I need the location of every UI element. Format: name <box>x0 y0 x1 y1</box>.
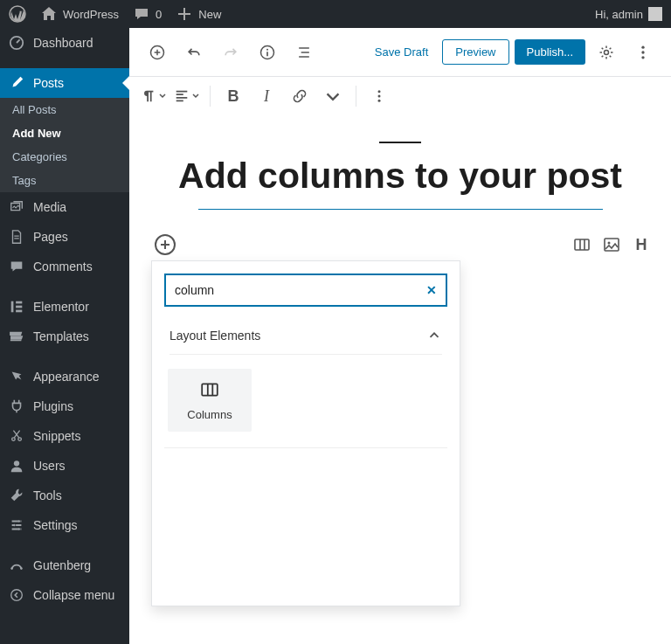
menu-collapse[interactable]: Collapse menu <box>0 580 129 610</box>
menu-label: Tools <box>33 488 62 502</box>
svg-rect-25 <box>575 239 589 250</box>
svg-point-23 <box>378 95 381 98</box>
block-search-input[interactable] <box>175 283 416 297</box>
menu-label: Pages <box>33 230 68 244</box>
menu-media[interactable]: Media <box>0 192 129 222</box>
menu-label: Gutenberg <box>33 558 91 572</box>
menu-label: Dashboard <box>33 36 93 50</box>
menu-tools[interactable]: Tools <box>0 481 129 510</box>
menu-plugins[interactable]: Plugins <box>0 391 129 421</box>
wp-logo[interactable] <box>9 5 26 23</box>
menu-label: Appearance <box>33 370 100 384</box>
menu-comments[interactable]: Comments <box>0 252 129 281</box>
svg-rect-5 <box>16 310 22 313</box>
greeting: Hi, admin <box>595 8 643 21</box>
avatar <box>648 7 662 21</box>
preview-button[interactable]: Preview <box>442 39 508 65</box>
site-name: WordPress <box>63 8 119 21</box>
svg-point-6 <box>12 438 16 441</box>
more-button[interactable] <box>627 37 659 68</box>
svg-rect-4 <box>16 306 22 308</box>
menu-label: Settings <box>33 518 78 532</box>
italic-button[interactable]: I <box>251 80 282 112</box>
add-block-button[interactable] <box>142 37 173 68</box>
menu-label: Elementor <box>33 300 89 314</box>
menu-label: Templates <box>33 329 89 343</box>
title-separator <box>379 142 421 143</box>
menu-dashboard[interactable]: Dashboard <box>0 28 129 58</box>
block-more-button[interactable] <box>363 80 395 112</box>
menu-pages[interactable]: Pages <box>0 222 129 252</box>
svg-point-19 <box>641 45 644 48</box>
separator <box>356 86 356 107</box>
block-label: Columns <box>187 408 232 421</box>
clear-search-icon[interactable]: ✕ <box>426 283 437 297</box>
outline-button[interactable] <box>288 37 320 68</box>
publish-button[interactable]: Publish... <box>515 39 585 65</box>
svg-point-20 <box>641 51 644 53</box>
align-button[interactable] <box>171 80 203 112</box>
menu-gutenberg[interactable]: Gutenberg <box>0 551 129 580</box>
svg-point-8 <box>14 460 19 466</box>
columns-quick-icon[interactable] <box>573 236 591 253</box>
menu-users[interactable]: Users <box>0 451 129 481</box>
menu-label: Plugins <box>33 399 73 413</box>
menu-label: Snippets <box>33 429 80 443</box>
menu-snippets[interactable]: Snippets <box>0 421 129 451</box>
redo-button[interactable] <box>215 37 246 68</box>
info-button[interactable] <box>252 37 283 68</box>
section-layout-elements[interactable]: Layout Elements <box>169 328 442 355</box>
svg-point-11 <box>17 528 20 530</box>
svg-point-21 <box>641 56 644 59</box>
heading-quick-icon[interactable]: H <box>633 236 650 253</box>
undo-button[interactable] <box>178 37 210 68</box>
menu-templates[interactable]: Templates <box>0 322 129 351</box>
menu-settings[interactable]: Settings <box>0 510 129 540</box>
columns-icon <box>200 380 219 399</box>
menu-label: Users <box>33 459 66 473</box>
svg-point-7 <box>18 438 22 441</box>
submenu-tags[interactable]: Tags <box>0 169 129 192</box>
chevron-up-icon <box>426 328 442 343</box>
svg-point-13 <box>20 567 23 570</box>
svg-point-18 <box>605 50 609 54</box>
bold-button[interactable]: B <box>218 80 249 112</box>
link-button[interactable] <box>284 80 315 112</box>
submenu-add-new[interactable]: Add New <box>0 121 129 145</box>
svg-point-22 <box>378 90 381 93</box>
site-link[interactable]: WordPress <box>40 5 119 23</box>
svg-rect-2 <box>11 301 14 313</box>
menu-label: Media <box>33 200 66 214</box>
svg-point-10 <box>13 524 16 527</box>
save-draft-button[interactable]: Save Draft <box>366 40 437 64</box>
svg-point-12 <box>10 567 13 570</box>
svg-point-17 <box>266 48 268 50</box>
svg-point-24 <box>378 100 381 102</box>
separator <box>210 86 211 107</box>
image-quick-icon[interactable] <box>603 236 620 253</box>
submenu-all-posts[interactable]: All Posts <box>0 98 129 121</box>
paragraph-button[interactable] <box>138 80 169 112</box>
block-inserter: ✕ Layout Elements Columns <box>151 260 460 606</box>
section-label: Layout Elements <box>169 329 260 343</box>
menu-label: Comments <box>33 260 93 274</box>
svg-rect-3 <box>16 301 22 304</box>
more-formatting-button[interactable] <box>317 80 349 112</box>
menu-label: Posts <box>33 76 64 90</box>
inline-add-block-button[interactable] <box>155 234 176 255</box>
svg-point-9 <box>17 520 20 523</box>
new-label: New <box>198 8 221 21</box>
submenu-categories[interactable]: Categories <box>0 145 129 169</box>
post-title[interactable]: Add columns to your post <box>147 156 654 197</box>
menu-elementor[interactable]: Elementor <box>0 292 129 322</box>
menu-posts[interactable]: Posts <box>0 68 129 98</box>
block-columns[interactable]: Columns <box>168 369 252 432</box>
svg-point-27 <box>608 242 611 245</box>
account-link[interactable]: Hi, admin <box>595 7 662 21</box>
admin-sidebar: Dashboard Posts All Posts Add New Catego… <box>0 28 129 644</box>
comments-link[interactable]: 0 <box>133 5 162 23</box>
svg-point-14 <box>11 590 23 601</box>
settings-button[interactable] <box>591 37 622 68</box>
menu-appearance[interactable]: Appearance <box>0 362 129 391</box>
new-link[interactable]: New <box>176 5 221 23</box>
